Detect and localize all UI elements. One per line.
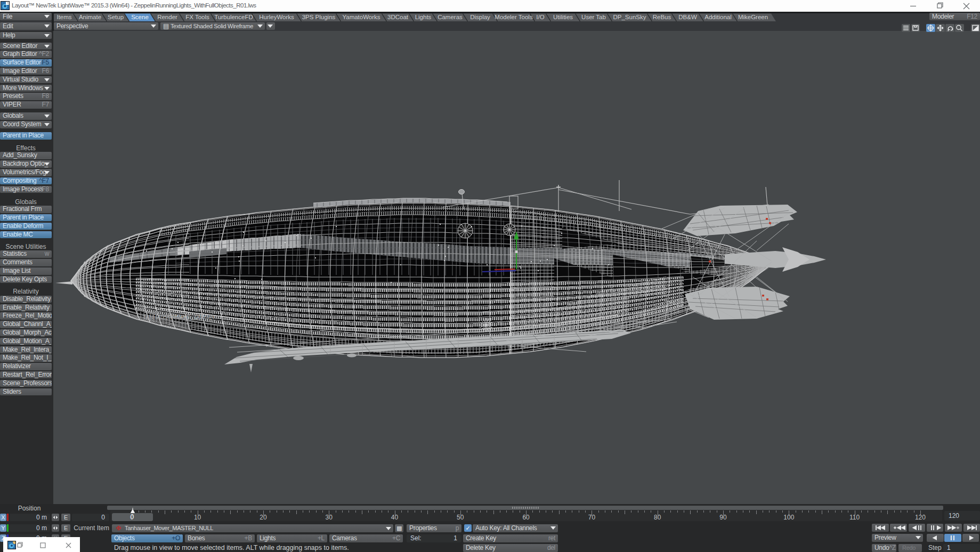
svg-text:YamatoWorks: YamatoWorks — [342, 14, 380, 20]
svg-text:Additional: Additional — [704, 14, 732, 20]
svg-text:Animate: Animate — [79, 14, 101, 20]
svg-text:Render: Render — [157, 14, 177, 20]
svg-text:Items: Items — [56, 14, 71, 20]
svg-text:Utilities: Utilities — [553, 14, 573, 20]
svg-text:MikeGreen: MikeGreen — [738, 14, 768, 20]
svg-text:ReBus: ReBus — [653, 14, 671, 20]
svg-text:Display: Display — [470, 14, 490, 20]
svg-text:TurbulenceFD: TurbulenceFD — [214, 14, 253, 20]
svg-text:Modeler Tools: Modeler Tools — [495, 14, 533, 20]
svg-text:3PS Plugins: 3PS Plugins — [302, 14, 336, 20]
svg-text:DB&W: DB&W — [678, 14, 697, 20]
svg-text:I/O: I/O — [536, 14, 544, 20]
svg-text:Cameras: Cameras — [438, 14, 463, 20]
svg-text:Setup: Setup — [108, 14, 124, 20]
svg-text:3DCoat: 3DCoat — [387, 14, 409, 20]
svg-text:User Tab: User Tab — [581, 14, 606, 20]
svg-text:Scene: Scene — [131, 14, 149, 20]
svg-text:Lights: Lights — [415, 14, 432, 20]
svg-text:DP_SunSky: DP_SunSky — [613, 14, 646, 20]
svg-text:HurleyWorks: HurleyWorks — [259, 14, 294, 20]
svg-text:FX Tools: FX Tools — [185, 14, 209, 20]
